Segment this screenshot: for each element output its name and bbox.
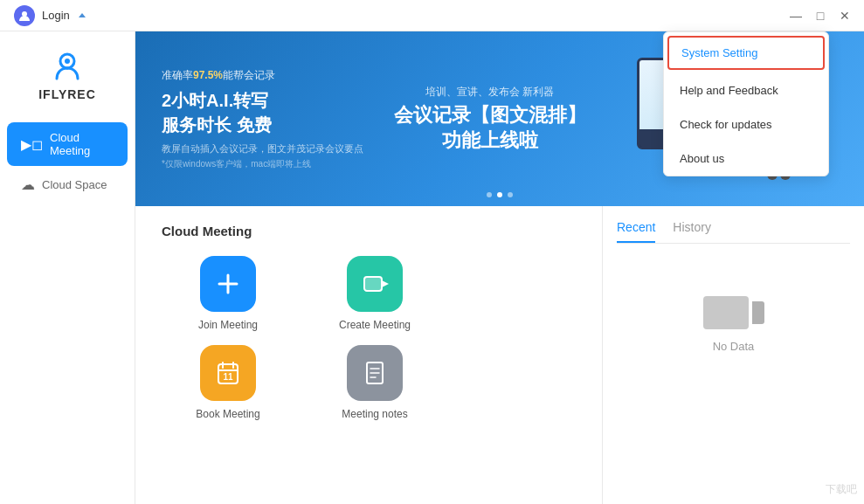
tab-history[interactable]: History [673,220,711,243]
join-meeting-label: Join Meeting [198,319,258,331]
cloud-meeting-icon: ▶◻ [21,136,43,153]
banner-training: 培训、宣讲、发布会 新利器 [386,85,593,100]
maximize-button[interactable]: □ [808,3,833,28]
svg-point-2 [65,59,70,64]
dot-1[interactable] [487,192,492,197]
minimize-button[interactable]: — [784,3,808,28]
about-us-item[interactable]: About us [664,142,828,176]
meeting-grid: Join Meeting Create Meeting [162,256,441,420]
banner-center: 培训、宣讲、发布会 新利器 会议记录【图文混排】 功能上线啦 [386,85,593,153]
create-meeting-icon[interactable] [347,256,403,312]
logo-area: IFLYREC [0,49,135,101]
dot-3[interactable] [508,192,513,197]
no-data-icon-group [703,296,764,329]
sidebar-item-cloud-meeting-label: Cloud Meeting [50,131,114,157]
user-avatar [14,5,35,26]
login-label[interactable]: Login [42,9,70,22]
banner-sub2: *仅限windows客户端，mac端即将上线 [162,158,369,170]
meeting-notes-label: Meeting notes [342,408,407,420]
sidebar-item-cloud-space[interactable]: ☁ Cloud Space [7,168,128,202]
panel-title: Cloud Meeting [162,224,576,238]
meeting-notes-icon[interactable] [347,345,403,401]
help-feedback-item[interactable]: Help and Feedback [664,73,828,107]
watermark: 下载吧 [826,482,857,497]
sidebar: IFLYREC ▶◻ Cloud Meeting ☁ Cloud Space [0,31,135,504]
banner-text: 准确率97.5%能帮会记录 2小时A.I.转写 服务时长 免费 教屏自动插入会议… [162,68,369,170]
left-panel: Cloud Meeting Join Meeting [135,206,602,504]
no-data-camera-icon [752,301,764,324]
content-area: Cloud Meeting Join Meeting [135,206,864,504]
tabs: Recent History [617,220,850,244]
system-setting-item[interactable]: System Setting [667,36,825,70]
no-data-text: No Data [713,340,755,353]
sidebar-item-cloud-meeting[interactable]: ▶◻ Cloud Meeting [7,122,128,166]
svg-marker-12 [382,280,389,287]
svg-text:11: 11 [223,372,233,382]
sidebar-item-cloud-space-label: Cloud Space [42,178,107,191]
create-meeting-item[interactable]: Create Meeting [308,256,441,331]
dot-2[interactable] [497,192,502,197]
create-meeting-label: Create Meeting [339,319,411,331]
dropdown-arrow[interactable] [79,13,86,17]
meeting-notes-item[interactable]: Meeting notes [308,345,441,420]
join-meeting-icon[interactable] [200,256,256,312]
banner-title: 会议记录【图文混排】 功能上线啦 [386,103,593,153]
logo-text: IFLYREC [38,87,96,101]
title-bar-left: Login [14,5,86,26]
svg-rect-11 [364,277,382,291]
no-data-area: No Data [617,261,850,353]
accuracy-suffix: 能帮会记录 [223,69,275,81]
banner-sub: 教屏自动插入会议记录，图文并茂记录会议要点 [162,142,369,155]
logo-icon [50,49,85,84]
banner-dots [487,192,513,197]
no-data-screen-icon [703,296,749,329]
check-updates-item[interactable]: Check for updates [664,107,828,142]
accuracy-value: 97.5% [193,69,223,81]
dropdown-menu: System Setting Help and Feedback Check f… [663,31,829,176]
title-bar: Login — □ ✕ [0,0,864,31]
close-button[interactable]: ✕ [833,3,857,28]
book-meeting-item[interactable]: 11 Book Meeting [162,345,294,420]
tab-recent[interactable]: Recent [617,220,655,243]
banner-accuracy: 准确率97.5%能帮会记录 [162,68,369,83]
banner-ai-text: 2小时A.I.转写 服务时长 免费 [162,88,369,137]
cloud-space-icon: ☁ [21,176,35,193]
book-meeting-icon[interactable]: 11 [200,345,256,401]
book-meeting-label: Book Meeting [196,408,259,420]
join-meeting-item[interactable]: Join Meeting [162,256,294,331]
right-panel: Recent History No Data [602,206,864,504]
